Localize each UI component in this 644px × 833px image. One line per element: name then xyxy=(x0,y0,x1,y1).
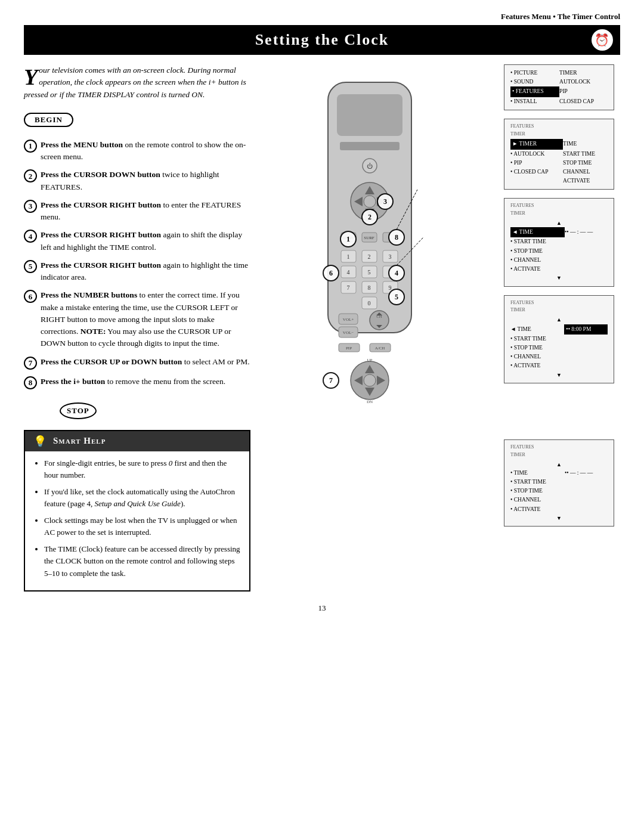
smart-help-list: For single-digit entries, be sure to pre… xyxy=(33,457,241,580)
svg-text:3: 3 xyxy=(383,197,387,206)
menu-row: • TIME •• — : — — xyxy=(510,469,608,478)
header-text: Features Menu • The Timer Control xyxy=(501,12,620,21)
step-6-content: Press the NUMBER buttons to enter the co… xyxy=(41,289,250,349)
smart-help-item-4: The TIME (Clock) feature can be accessed… xyxy=(44,543,241,579)
menu-row: • START TIME xyxy=(510,335,608,343)
menu-cell: • SOUND xyxy=(510,78,559,86)
step-7-number: 7 xyxy=(24,357,37,370)
menu-cell: • ACTIVATE xyxy=(510,505,565,514)
menu-row-highlighted: ► TIMER TIME xyxy=(510,139,608,149)
down-arrow: ▼ xyxy=(510,274,608,282)
stop-badge: STOP xyxy=(60,402,97,419)
begin-badge: BEGIN xyxy=(24,113,73,127)
step-1-content: Press the MENU button on the remote cont… xyxy=(41,139,250,163)
svg-text:DN: DN xyxy=(367,400,373,404)
svg-point-53 xyxy=(364,374,376,386)
menu-cell: • ACTIVATE xyxy=(510,265,565,274)
menu-cell: • INSTALL xyxy=(510,97,559,106)
menu-row: • CLOSED CAP CHANNEL xyxy=(510,168,608,176)
menu-cell-timer-highlighted: ► TIMER xyxy=(510,139,563,149)
main-content: Your television comes with an on-screen … xyxy=(24,64,620,592)
step-6: 6 Press the NUMBER buttons to enter the … xyxy=(24,289,250,349)
svg-text:8: 8 xyxy=(368,284,371,291)
menu-screen-4: FEATURES TIMER ▲ ◄ TIME •• 8:00 PM • STA… xyxy=(504,295,614,383)
menu-cell: TIME xyxy=(563,139,608,149)
svg-text:VOL−: VOL− xyxy=(343,330,354,335)
menu-cell: • START TIME xyxy=(510,237,565,246)
svg-text:5: 5 xyxy=(368,269,371,275)
step-7-content: Press the CURSOR UP or DOWN button to se… xyxy=(41,356,250,368)
menu-cell: • PICTURE xyxy=(510,69,559,78)
smart-help-title: 💡 Smart Help xyxy=(25,431,249,451)
page-num-text: 13 xyxy=(318,603,326,612)
svg-text:7: 7 xyxy=(347,284,350,291)
screen-header-4b: TIMER xyxy=(510,306,608,314)
menu-cell: CHANNEL xyxy=(563,168,608,176)
step-3-number: 3 xyxy=(24,200,37,213)
menu-cell: AUTOLOCK xyxy=(559,78,608,86)
menu-cell: • CHANNEL xyxy=(510,496,565,504)
menu-cell: • CHANNEL xyxy=(510,352,564,361)
menu-row: • ACTIVATE xyxy=(510,265,608,274)
svg-text:8: 8 xyxy=(395,233,398,241)
menu-cell: • TIME xyxy=(510,469,565,478)
down-arrow-2: ▼ xyxy=(510,371,608,379)
up-arrow-3: ▲ xyxy=(510,460,608,469)
menu-row: • CHANNEL xyxy=(510,256,608,265)
drop-cap: Y xyxy=(24,64,38,88)
screen-header-1: FEATURES xyxy=(510,123,608,131)
svg-text:2: 2 xyxy=(368,253,371,260)
menu-row: • SOUND AUTOLOCK xyxy=(510,78,608,86)
step-2-bold: Press the CURSOR DOWN button xyxy=(41,170,160,179)
page-title: Setting the Clock xyxy=(255,31,389,49)
menu-cell: ◄ TIME xyxy=(510,324,564,335)
svg-text:4: 4 xyxy=(347,269,350,275)
svg-text:1: 1 xyxy=(347,253,350,260)
svg-text:PIP: PIP xyxy=(346,346,352,351)
right-column: ⏻ MENU SURF xyxy=(262,64,620,592)
menu-screen-5: FEATURES TIMER ▲ • TIME •• — : — — • STA… xyxy=(504,439,614,527)
screen-header-5b: TIMER xyxy=(510,451,608,459)
step-2-content: Press the CURSOR DOWN button twice to hi… xyxy=(41,169,250,193)
menu-row: • AUTOLOCK START TIME xyxy=(510,150,608,159)
step-8-number: 8 xyxy=(24,376,37,389)
menu-cell xyxy=(510,176,563,185)
menu-cell: STOP TIME xyxy=(563,159,608,168)
menu-row: ACTIVATE xyxy=(510,176,608,185)
smart-help-body: For single-digit entries, be sure to pre… xyxy=(25,451,249,590)
menu-row: • PICTURE TIMER xyxy=(510,69,608,78)
step-4-number: 4 xyxy=(24,230,37,243)
menu-cell: ACTIVATE xyxy=(563,176,608,185)
menu-cell-dashes2: •• — : — — xyxy=(565,469,608,478)
menu-row: • STOP TIME xyxy=(510,247,608,256)
menu-row: • CHANNEL xyxy=(510,352,608,361)
menu-cell: PIP xyxy=(559,86,608,97)
menu-cell: TIMER xyxy=(559,69,608,78)
menu-cell: • STOP TIME xyxy=(510,343,564,352)
menu-cell-highlighted: • FEATURES xyxy=(510,86,559,97)
page: Features Menu • The Timer Control Settin… xyxy=(0,0,644,833)
steps-list: 1 Press the MENU button on the remote co… xyxy=(24,139,250,389)
svg-rect-1 xyxy=(337,94,402,136)
down-arrow-3: ▼ xyxy=(510,514,608,522)
remote-illustration: ⏻ MENU SURF xyxy=(280,70,459,535)
smart-help-item-3: Clock settings may be lost when the TV i… xyxy=(44,515,241,538)
step-4-content: Press the CURSOR RIGHT button again to s… xyxy=(41,229,250,253)
right-area: ⏻ MENU SURF xyxy=(262,64,620,541)
step-3: 3 Press the CURSOR RIGHT button to enter… xyxy=(24,199,250,224)
svg-text:2: 2 xyxy=(368,213,371,221)
step-7-bold: Press the CURSOR UP or DOWN button xyxy=(41,357,182,366)
step-2-number: 2 xyxy=(24,169,37,182)
menu-row-highlighted: ◄ TIME •• — : — — xyxy=(510,227,608,237)
menu-row: • STOP TIME xyxy=(510,343,608,352)
up-arrow: ▲ xyxy=(510,219,608,227)
menu-cell: • STOP TIME xyxy=(510,487,565,496)
menu-cell: • PIP xyxy=(510,159,563,168)
page-number: 13 xyxy=(24,603,620,613)
step-6-number: 6 xyxy=(24,290,37,303)
svg-text:6: 6 xyxy=(329,269,333,277)
screen-header-4a: FEATURES xyxy=(510,299,608,307)
menu-screen-1: • PICTURE TIMER • SOUND AUTOLOCK • FEATU… xyxy=(504,64,614,110)
menu-screens-container: • PICTURE TIMER • SOUND AUTOLOCK • FEATU… xyxy=(504,64,614,527)
step-5-bold: Press the CURSOR RIGHT button xyxy=(41,261,161,270)
